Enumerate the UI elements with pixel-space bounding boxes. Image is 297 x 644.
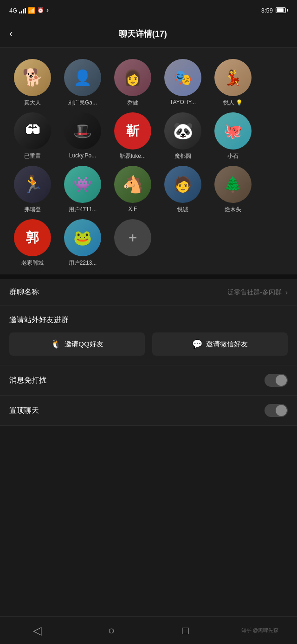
member-name-13: X.F [110,206,156,212]
do-not-disturb-toggle[interactable] [265,374,288,387]
member-name-2: 刘广民Ga... [59,99,106,107]
member-avatar-6: 🕶 [14,112,51,150]
status-bar: 4G 📶 ⏰ ♪ 3:59 [0,0,297,20]
member-item-14[interactable]: 🧑悦诚 [160,166,206,214]
wechat-icon: 💬 [192,339,202,349]
invite-section: 邀请站外好友进群 🐧 邀请QQ好友 💬 邀请微信好友 [0,306,297,365]
member-name-1: 真大人 [9,99,56,107]
pin-to-top-label: 置顶聊天 [9,406,39,416]
signal-text: 4G [9,7,17,14]
member-avatar-11: 🏃 [14,166,51,203]
status-right: 3:59 [261,7,288,14]
member-item-9[interactable]: 🐼魔都圆 [160,112,206,160]
nav-credit: 知乎 @黑啤先森 [241,627,278,634]
member-avatar-5: 💃 [214,59,252,96]
member-item-6[interactable]: 🕶已重置 [9,112,56,160]
member-name-11: 弗瑞登 [9,206,56,214]
add-member-button[interactable]: + [114,219,151,256]
member-name-5: 悦人 💡 [210,99,256,107]
member-name-6: 已重置 [9,152,56,160]
member-avatar-8: 靳 [114,112,151,150]
member-avatar-10: 🐙 [214,112,252,150]
member-avatar-9: 🐼 [164,112,201,150]
member-name-12: 用户4711... [59,206,106,214]
member-item-11[interactable]: 🏃弗瑞登 [9,166,56,214]
group-name-row[interactable]: 群聊名称 泛零售社群-多闪群 › [0,279,297,306]
nav-recent-button[interactable]: □ [167,621,204,640]
member-item-8[interactable]: 靳靳磊luke... [110,112,156,160]
bottom-nav: ◁ ○ □ 知乎 @黑啤先森 [0,616,297,644]
battery-indicator [276,7,288,13]
alarm-icon: ⏰ [37,7,44,13]
toggle-knob-2 [276,405,287,416]
group-name-label: 群聊名称 [9,287,39,297]
member-name-8: 靳磊luke... [110,152,156,160]
member-avatar-17: 🐸 [64,219,101,256]
member-item-4[interactable]: 🎭TAYOHY... [160,59,206,107]
member-name-7: Lucky.Po... [59,152,106,159]
member-avatar-15: 🌲 [214,166,252,203]
member-item-1[interactable]: 🐕真大人 [9,59,56,107]
member-name-3: 乔健 [110,99,156,107]
group-name-value-area: 泛零售社群-多闪群 › [227,288,288,297]
member-avatar-4: 🎭 [164,59,201,96]
invite-title: 邀请站外好友进群 [9,315,288,325]
nav-home-button[interactable]: ○ [93,621,130,640]
bar4 [25,8,26,13]
member-avatar-16: 郭 [14,219,51,256]
member-name-17: 用户2213... [59,259,106,267]
member-name-9: 魔都圆 [160,152,206,160]
pin-to-top-toggle[interactable] [265,404,288,417]
header: ‹ 聊天详情(17) [0,20,297,48]
page-title: 聊天详情(17) [16,28,269,39]
invite-wechat-button[interactable]: 💬 邀请微信好友 [152,332,288,356]
members-section: 🐕真大人👤刘广民Ga...👩乔健🎭TAYOHY...💃悦人 💡🕶已重置🎩Luck… [0,48,297,274]
member-avatar-1: 🐕 [14,59,51,96]
nav-back-button[interactable]: ◁ [19,621,56,640]
bar3 [23,9,24,13]
member-avatar-14: 🧑 [164,166,201,203]
member-item-15[interactable]: 🌲烂木头 [210,166,256,214]
add-member-item[interactable]: + [110,219,156,267]
members-grid: 🐕真大人👤刘广民Ga...👩乔健🎭TAYOHY...💃悦人 💡🕶已重置🎩Luck… [9,59,288,267]
member-avatar-7: 🎩 [64,112,101,150]
status-left: 4G 📶 ⏰ ♪ [9,7,49,14]
toggle-knob [276,375,287,386]
section-divider [0,274,297,279]
member-name-4: TAYOHY... [160,99,206,105]
bar1 [19,12,20,13]
pin-to-top-row: 置顶聊天 [0,396,297,426]
member-item-2[interactable]: 👤刘广民Ga... [59,59,106,107]
member-avatar-3: 👩 [114,59,151,96]
do-not-disturb-row: 消息免打扰 [0,365,297,396]
chevron-icon: › [285,288,288,297]
member-avatar-12: 👾 [64,166,101,203]
clock: 3:59 [261,7,273,14]
group-name-value: 泛零售社群-多闪群 [227,288,282,297]
signal-bars [19,7,26,13]
member-item-3[interactable]: 👩乔健 [110,59,156,107]
member-item-5[interactable]: 💃悦人 💡 [210,59,256,107]
member-item-17[interactable]: 🐸用户2213... [59,219,106,267]
invite-buttons: 🐧 邀请QQ好友 💬 邀请微信好友 [9,332,288,356]
wifi-icon: 📶 [28,7,35,14]
member-avatar-13: 🐴 [114,166,151,203]
back-button[interactable]: ‹ [9,26,16,42]
do-not-disturb-label: 消息免打扰 [9,376,46,385]
bar2 [21,11,22,13]
member-item-16[interactable]: 郭老家郸城 [9,219,56,267]
member-name-14: 悦诚 [160,206,206,214]
invite-qq-label: 邀请QQ好友 [65,340,103,349]
tiktok-icon: ♪ [46,7,49,13]
member-name-10: 小石 [210,152,256,160]
invite-qq-button[interactable]: 🐧 邀请QQ好友 [9,332,145,356]
member-avatar-2: 👤 [64,59,101,96]
qq-icon: 🐧 [51,339,61,349]
member-item-7[interactable]: 🎩Lucky.Po... [59,112,106,160]
member-item-13[interactable]: 🐴X.F [110,166,156,214]
settings-section: 群聊名称 泛零售社群-多闪群 › 邀请站外好友进群 🐧 邀请QQ好友 💬 邀请微… [0,279,297,426]
member-name-15: 烂木头 [210,206,256,214]
member-item-12[interactable]: 👾用户4711... [59,166,106,214]
member-name-16: 老家郸城 [9,259,56,267]
member-item-10[interactable]: 🐙小石 [210,112,256,160]
